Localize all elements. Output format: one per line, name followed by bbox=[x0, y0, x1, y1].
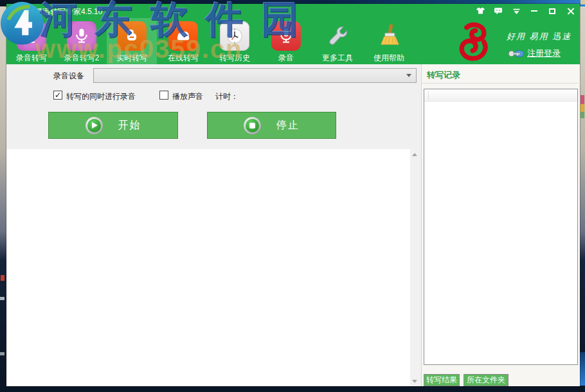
device-label: 录音设备 bbox=[53, 71, 84, 82]
scroll-up-icon[interactable] bbox=[410, 149, 419, 159]
toolbar-item-label: 录音 bbox=[278, 53, 294, 64]
toolbar: 录音转写 录音转写2 实时转写 在线转写 转写历史 bbox=[6, 18, 580, 64]
history-list[interactable] bbox=[424, 89, 578, 365]
toolbar-item-label: 更多工具 bbox=[322, 53, 353, 64]
maximize-icon[interactable] bbox=[546, 5, 558, 17]
microphone-icon bbox=[17, 21, 46, 51]
toolbar-item-label: 录音转写2 bbox=[64, 53, 100, 64]
collapse-icon[interactable] bbox=[510, 5, 522, 17]
toolbar-item-more-tools[interactable]: 更多工具 bbox=[312, 18, 363, 64]
history-buttons-row: 转写结果 所在文件夹 bbox=[422, 374, 580, 386]
start-button-label: 开始 bbox=[118, 119, 141, 132]
cloud-icon bbox=[168, 21, 198, 51]
controls-panel: 录音设备 ✓ 转写的同时进行录音 播放声音 计时： 开始 停止 bbox=[6, 64, 421, 149]
feedback-bubble-icon[interactable] bbox=[492, 5, 504, 17]
toolbar-item-label: 使用帮助 bbox=[374, 53, 404, 64]
titlebar-buttons bbox=[474, 4, 576, 18]
stop-button-label: 停止 bbox=[276, 119, 300, 132]
microphone-icon bbox=[67, 21, 96, 51]
history-list-column-divider bbox=[428, 91, 429, 100]
checkbox-check-icon: ✓ bbox=[55, 92, 61, 98]
register-login-link[interactable]: 注册登录 bbox=[508, 48, 561, 59]
toolbar-item-record-transcribe[interactable]: 录音转写 bbox=[6, 18, 57, 64]
desktop-fragment bbox=[580, 95, 584, 104]
play-sound-label[interactable]: 播放声音 bbox=[172, 91, 203, 102]
red-swirl-logo bbox=[449, 18, 499, 66]
brand-slogan: 好用 易用 迅速 bbox=[507, 31, 572, 42]
toolbar-item-online-transcribe[interactable]: 在线转写 bbox=[158, 18, 208, 64]
desktop-fragment bbox=[0, 352, 4, 355]
record-while-transcribe-label[interactable]: 转写的同时进行录音 bbox=[66, 91, 136, 102]
toolbar-item-realtime-transcribe[interactable]: 实时转写 bbox=[107, 18, 157, 64]
minimize-icon[interactable] bbox=[528, 5, 540, 17]
transcribe-result-button[interactable]: 转写结果 bbox=[424, 374, 460, 386]
desktop-fragment bbox=[1, 275, 4, 281]
desktop-fragment bbox=[580, 104, 584, 112]
transcript-text-area[interactable] bbox=[6, 149, 419, 386]
device-combobox[interactable] bbox=[93, 68, 417, 83]
blogger-b-icon bbox=[117, 21, 147, 51]
desktop-fragment bbox=[0, 297, 4, 300]
chevron-down-icon bbox=[406, 74, 411, 77]
transcript-scrollbar[interactable] bbox=[410, 149, 419, 386]
microphone-icon bbox=[271, 21, 301, 51]
desktop-fragment bbox=[580, 112, 584, 118]
toolbar-item-history[interactable]: 转写历史 bbox=[210, 18, 260, 64]
toolbar-item-label: 录音转写 bbox=[16, 53, 47, 64]
desktop-fragment bbox=[580, 0, 585, 4]
history-panel: 转写记录 转写结果 所在文件夹 bbox=[421, 64, 580, 386]
register-login-label: 注册登录 bbox=[527, 48, 561, 59]
toolbar-item-record-transcribe2[interactable]: 录音转写2 bbox=[57, 18, 107, 64]
history-list-header bbox=[424, 89, 577, 102]
toolbar-item-help[interactable]: 使用帮助 bbox=[364, 18, 414, 64]
close-icon[interactable] bbox=[564, 5, 576, 17]
scroll-down-icon[interactable] bbox=[410, 376, 419, 386]
toolbar-item-label: 转写历史 bbox=[219, 53, 250, 64]
play-sound-checkbox[interactable] bbox=[159, 91, 168, 100]
history-panel-divider bbox=[422, 83, 580, 84]
options-row: ✓ 转写的同时进行录音 播放声音 计时： bbox=[6, 91, 421, 101]
clock-icon bbox=[220, 21, 249, 51]
open-folder-button[interactable]: 所在文件夹 bbox=[464, 374, 509, 386]
toolbar-item-label: 实时转写 bbox=[116, 53, 147, 64]
shirt-theme-icon[interactable] bbox=[474, 5, 486, 17]
titlebar: 好易迅转写专家4.5.10 bbox=[6, 4, 580, 18]
window-title: 好易迅转写专家4.5.10 bbox=[27, 6, 102, 17]
stop-circle-icon bbox=[244, 117, 261, 134]
stop-button[interactable]: 停止 bbox=[207, 112, 336, 139]
record-while-transcribe-checkbox[interactable]: ✓ bbox=[53, 91, 62, 100]
timer-label: 计时： bbox=[215, 91, 239, 102]
start-button[interactable]: 开始 bbox=[48, 112, 178, 139]
app-window: 好易迅转写专家4.5.10 录音转写 bbox=[6, 4, 580, 386]
history-panel-title: 转写记录 bbox=[427, 69, 460, 81]
toolbar-item-label: 在线转写 bbox=[168, 53, 199, 64]
broom-icon bbox=[374, 21, 404, 51]
toolbar-item-record[interactable]: 录音 bbox=[261, 18, 311, 64]
play-circle-icon bbox=[86, 117, 103, 134]
wrench-icon bbox=[323, 21, 352, 51]
key-icon bbox=[508, 48, 525, 59]
desktop-right-fragment bbox=[580, 352, 585, 386]
